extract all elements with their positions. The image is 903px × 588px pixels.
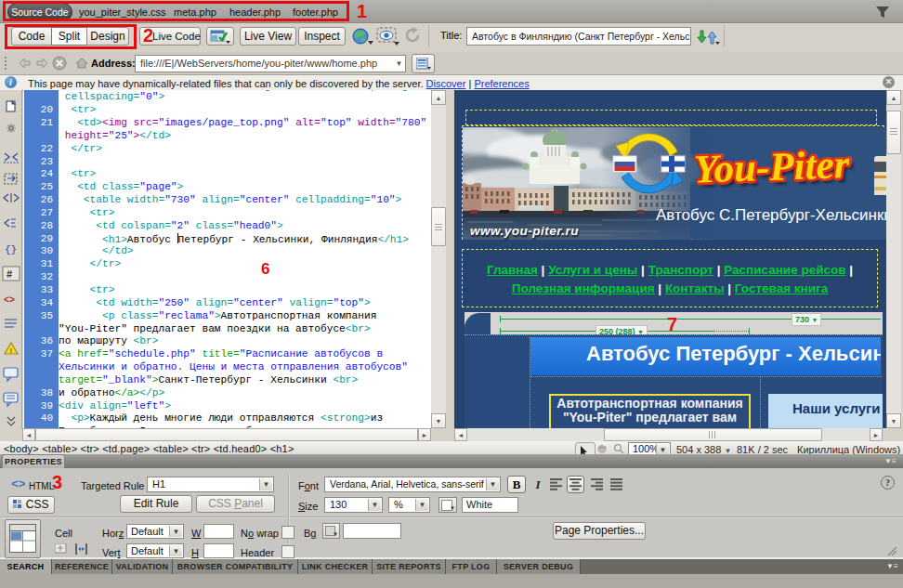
svg-text:{}: {}: [5, 244, 17, 255]
svg-text:<>: <>: [4, 295, 15, 306]
svg-text:!: !: [10, 346, 13, 355]
svg-text:#: #: [7, 268, 12, 280]
